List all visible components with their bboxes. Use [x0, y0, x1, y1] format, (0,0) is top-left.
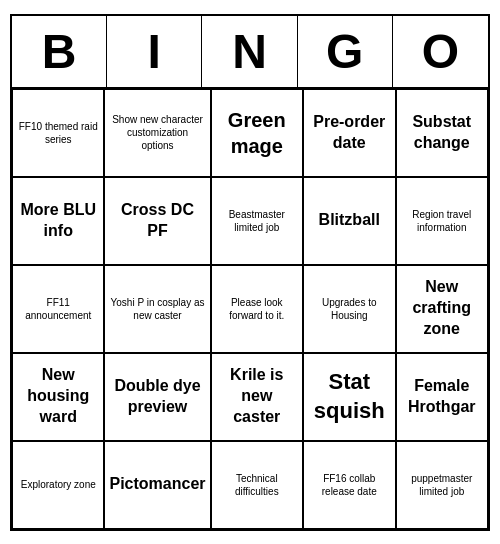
bingo-letter-b: B — [12, 16, 107, 87]
bingo-cell-13: Upgrades to Housing — [303, 265, 395, 353]
bingo-cell-4: Substat change — [396, 89, 489, 177]
bingo-cell-20: Exploratory zone — [12, 441, 104, 529]
bingo-cell-1: Show new character customization options — [104, 89, 210, 177]
bingo-grid: FF10 themed raid seriesShow new characte… — [12, 89, 488, 529]
bingo-cell-24: puppetmaster limited job — [396, 441, 489, 529]
bingo-cell-21: Pictomancer — [104, 441, 210, 529]
bingo-cell-10: FF11 announcement — [12, 265, 104, 353]
bingo-letter-o: O — [393, 16, 488, 87]
bingo-cell-16: Double dye preview — [104, 353, 210, 441]
bingo-cell-17: Krile is new caster — [211, 353, 303, 441]
bingo-cell-15: New housing ward — [12, 353, 104, 441]
bingo-cell-12: Please look forward to it. — [211, 265, 303, 353]
bingo-letter-i: I — [107, 16, 202, 87]
bingo-letter-g: G — [298, 16, 393, 87]
bingo-cell-7: Beastmaster limited job — [211, 177, 303, 265]
bingo-cell-19: Female Hrothgar — [396, 353, 489, 441]
bingo-cell-11: Yoshi P in cosplay as new caster — [104, 265, 210, 353]
bingo-cell-8: Blitzball — [303, 177, 395, 265]
bingo-cell-18: Stat squish — [303, 353, 395, 441]
bingo-header: BINGO — [12, 16, 488, 89]
bingo-card: BINGO FF10 themed raid seriesShow new ch… — [10, 14, 490, 531]
bingo-cell-3: Pre-order date — [303, 89, 395, 177]
bingo-cell-0: FF10 themed raid series — [12, 89, 104, 177]
bingo-letter-n: N — [202, 16, 297, 87]
bingo-cell-5: More BLU info — [12, 177, 104, 265]
bingo-cell-6: Cross DC PF — [104, 177, 210, 265]
bingo-cell-22: Technical difficulties — [211, 441, 303, 529]
bingo-cell-14: New crafting zone — [396, 265, 489, 353]
bingo-cell-2: Green mage — [211, 89, 303, 177]
bingo-cell-9: Region travel information — [396, 177, 489, 265]
bingo-cell-23: FF16 collab release date — [303, 441, 395, 529]
